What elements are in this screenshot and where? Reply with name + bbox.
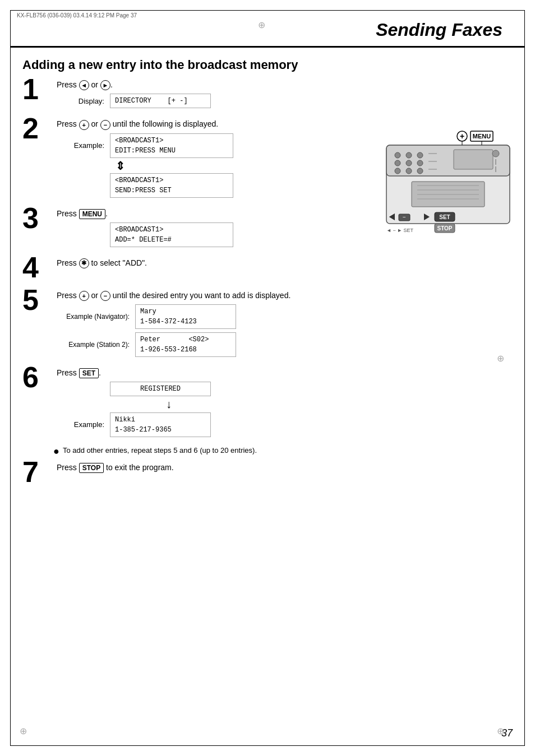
step-6-arrow-down: ↓ bbox=[166, 398, 513, 411]
page-border-top bbox=[10, 10, 525, 11]
step-6: 6 Press SET. REGISTERED ↓ Example: Nikki… bbox=[22, 366, 513, 439]
step-5-number: 5 bbox=[22, 285, 53, 314]
step-3: 3 Press MENU. <BROADCAST1>ADD=* DELETE=# bbox=[22, 207, 513, 249]
step-6-number: 6 bbox=[22, 363, 53, 392]
step-2-number: 2 bbox=[22, 114, 53, 143]
step-7: 7 Press STOP to exit the program. bbox=[22, 461, 513, 486]
step-2: 2 Press + or − until the following is di… bbox=[22, 117, 513, 200]
step-1-display-box: DIRECTORY [+ -] bbox=[110, 94, 211, 108]
step-6-set-btn: SET bbox=[79, 368, 99, 378]
step-2-minus-btn: − bbox=[100, 120, 110, 130]
step-4: 4 Press ✱ to select "ADD". bbox=[22, 256, 513, 282]
step-1-right-arrow: ► bbox=[100, 80, 110, 90]
step-2-display-box-b: <BROADCAST1>SEND:PRESS SET bbox=[110, 173, 233, 198]
step-3-display-row: <BROADCAST1>ADD=* DELETE=# bbox=[57, 222, 513, 247]
step-2-example-label: Example: bbox=[57, 141, 110, 150]
bullet-text: To add other entries, repeat steps 5 and… bbox=[63, 446, 257, 454]
step-1: 1 Press ◄ or ►. Display: DIRECTORY [+ -] bbox=[22, 78, 513, 110]
step-2-display-box-a: <BROADCAST1>EDIT:PRESS MENU bbox=[110, 133, 233, 158]
step-1-display-row: Display: DIRECTORY [+ -] bbox=[57, 94, 513, 108]
step-6-display-row: REGISTERED bbox=[110, 382, 513, 396]
step-3-number: 3 bbox=[22, 203, 53, 233]
step-5-example-nav-row: Example (Navigator): Mary1-584-372-4123 bbox=[57, 304, 513, 329]
step-2-plus-btn: + bbox=[79, 120, 89, 130]
bullet-section: ● To add other entries, repeat steps 5 a… bbox=[53, 446, 513, 456]
step-5-display-box-s2: Peter <S02>1-926-553-2168 bbox=[135, 332, 236, 357]
step-1-number: 1 bbox=[22, 75, 53, 104]
step-7-content: Press STOP to exit the program. bbox=[57, 461, 513, 476]
step-7-number: 7 bbox=[22, 457, 53, 486]
step-2-arrow: ⇕ bbox=[116, 160, 513, 171]
step-5-minus-btn: − bbox=[100, 291, 110, 301]
step-2-text: Press + or − until the following is disp… bbox=[57, 119, 513, 129]
step-6-text: Press SET. bbox=[57, 368, 513, 378]
step-4-text: Press ✱ to select "ADD". bbox=[57, 258, 513, 268]
step-3-text: Press MENU. bbox=[57, 209, 513, 219]
step-3-menu-btn: MENU bbox=[79, 209, 105, 219]
step-5-content: Press + or − until the desired entry you… bbox=[57, 289, 513, 359]
step-6-display-box-example: Nikki1-385-217-9365 bbox=[110, 412, 211, 437]
step-5: 5 Press + or − until the desired entry y… bbox=[22, 289, 513, 359]
step-1-display-label: Display: bbox=[57, 97, 110, 105]
step-7-stop-btn: STOP bbox=[79, 463, 104, 473]
crosshair-mid-right: ⊕ bbox=[497, 353, 504, 364]
step-5-display-box-nav: Mary1-584-372-4123 bbox=[135, 304, 236, 329]
step-1-left-arrow: ◄ bbox=[79, 80, 89, 90]
step-6-content: Press SET. REGISTERED ↓ Example: Nikki1-… bbox=[57, 366, 513, 439]
meta-header: KX-FLB756 (036-039) 03.4.14 9:12 PM Page… bbox=[17, 12, 137, 18]
crosshair-top: ⊕ bbox=[258, 20, 265, 30]
step-2-example-row-a: Example: <BROADCAST1>EDIT:PRESS MENU bbox=[57, 133, 513, 158]
step-6-example-row: Example: Nikki1-385-217-9365 bbox=[57, 412, 513, 437]
page-title: Sending Faxes bbox=[10, 0, 525, 48]
page-border-bottom bbox=[10, 745, 525, 746]
step-2-example-row-b: <BROADCAST1>SEND:PRESS SET bbox=[57, 173, 513, 198]
step-4-number: 4 bbox=[22, 253, 53, 282]
crosshair-bl: ⊕ bbox=[20, 726, 27, 736]
step-5-plus-btn: + bbox=[79, 291, 89, 301]
bullet-item-1: ● To add other entries, repeat steps 5 a… bbox=[53, 446, 513, 456]
step-5-text: Press + or − until the desired entry you… bbox=[57, 291, 513, 301]
step-1-content: Press ◄ or ►. Display: DIRECTORY [+ -] bbox=[57, 78, 513, 110]
step-5-example-nav-label: Example (Navigator): bbox=[57, 313, 135, 321]
step-6-registered-box: REGISTERED bbox=[110, 382, 211, 396]
step-4-star-btn: ✱ bbox=[79, 258, 89, 268]
bullet-dot: ● bbox=[53, 446, 59, 456]
step-3-display-box: <BROADCAST1>ADD=* DELETE=# bbox=[110, 222, 233, 247]
step-5-example-s2-row: Example (Station 2): Peter <S02>1-926-55… bbox=[57, 332, 513, 357]
crosshair-br: ⊕ bbox=[497, 726, 504, 736]
step-6-example-label: Example: bbox=[57, 420, 110, 429]
section-heading: Adding a new entry into the broadcast me… bbox=[0, 48, 535, 78]
content-area: − SET STOP MENU + ◄ − ► SET 1 bbox=[0, 78, 535, 516]
step-7-text: Press STOP to exit the program. bbox=[57, 463, 513, 473]
step-2-content: Press + or − until the following is disp… bbox=[57, 117, 513, 200]
step-5-example-s2-label: Example (Station 2): bbox=[57, 341, 135, 349]
step-3-content: Press MENU. <BROADCAST1>ADD=* DELETE=# bbox=[57, 207, 513, 249]
step-1-text: Press ◄ or ►. bbox=[57, 80, 513, 90]
step-4-content: Press ✱ to select "ADD". bbox=[57, 256, 513, 272]
